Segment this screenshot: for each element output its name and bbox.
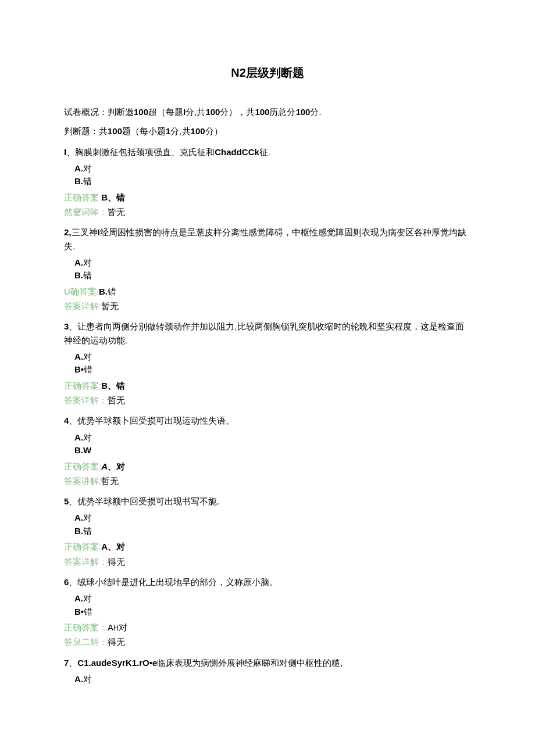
expl-value: 皆无	[108, 207, 125, 217]
question-6-options: A.对 B•错	[74, 592, 471, 618]
q5-option-b: B.错	[74, 525, 471, 538]
t: 分.	[310, 107, 321, 117]
t: 分,共	[170, 126, 190, 136]
answer-value: B、错	[101, 381, 125, 390]
t: 、让患者向两侧分别做转颈动作并加以阻力,比较两侧胸锁乳突肌收缩时的轮晩和坚实程度…	[64, 321, 464, 345]
q3-option-a: A.对	[74, 350, 471, 364]
q4-explanation: 答案讲解:哲无	[64, 474, 471, 488]
section-header: 判断题：共100题（每小题1分,共100分）	[64, 124, 471, 138]
answer-label: 正确答案:	[64, 381, 101, 390]
question-2-options: A.对 B.错	[74, 256, 471, 282]
expl-label: 答案详解：	[64, 395, 108, 405]
answer-value: A	[101, 461, 108, 471]
q4-answer: 正确答案:A、对	[64, 460, 471, 473]
t: 100	[205, 107, 220, 117]
question-1-options: A.对 B.错	[74, 162, 471, 188]
t: 错	[84, 364, 92, 374]
q2-num: 2,	[64, 227, 72, 237]
question-1-text: I、胸膜刺激征包括颈项强直、克氏征和ChaddCCk征.	[64, 145, 471, 159]
t: 、优势半球额卜回受损可出现运动性失语。	[69, 415, 234, 425]
question-3-options: A.对 B•错	[74, 350, 471, 377]
q3-explanation: 答案详解：哲无	[64, 393, 471, 407]
t: B•	[74, 364, 84, 374]
q6-option-a: A.对	[74, 592, 471, 605]
t: 三叉神	[72, 227, 98, 237]
t: A.	[74, 432, 83, 442]
expl-label: 答泉二耕：	[64, 637, 108, 647]
q6-explanation: 答泉二耕：得无	[64, 635, 471, 648]
t: 分,共	[186, 107, 205, 117]
t: 100	[295, 107, 310, 117]
t: 判断题：共	[64, 126, 108, 136]
question-4-text: 4、优势半球额卜回受损可出现运动性失语。	[64, 414, 471, 427]
t: 历总分	[269, 107, 295, 117]
q2-answer: U确答案:B.错	[64, 285, 471, 298]
answer-value: B.	[99, 286, 108, 296]
t: A.	[74, 593, 83, 603]
t: B.	[74, 526, 83, 536]
page-title: N2层级判断题	[64, 64, 471, 82]
q2-option-a: A.对	[74, 256, 471, 270]
answer-label: U确答案:	[64, 286, 99, 296]
t: 、优势半球额中回受损可出现书写不旎.	[69, 496, 219, 506]
t: 分），共	[220, 107, 255, 117]
t: H	[113, 624, 119, 632]
q2-option-b: B.错	[74, 269, 471, 282]
overview-label: 试卷概况：判断邀	[64, 107, 134, 117]
t: 对	[83, 432, 92, 442]
q1-answer: 正确答案:B、错	[64, 191, 471, 204]
q1-body: 、胸膜刺激征包括颈项强直、克氏征和	[66, 147, 215, 157]
t: A.	[74, 674, 83, 684]
q6-answer: 正确答案：AH对	[64, 621, 471, 634]
q2-explanation: 答案详解:暂无	[64, 299, 471, 313]
q7-option-a: A.对	[74, 673, 471, 686]
question-4-options: A.对 B.W	[74, 431, 471, 457]
q4-option-b: B.W	[74, 444, 471, 457]
t: 错	[108, 286, 116, 296]
question-5-options: A.对 B.错	[74, 511, 471, 538]
t: 分）	[205, 126, 223, 136]
t: 对	[83, 163, 92, 173]
expl-value: 得无	[108, 637, 125, 647]
question-7-text: 7、C1.audeSyrK1.rO•e临床表现为病恻外展神经麻睇和对侧中枢性的糙…	[64, 656, 471, 669]
question-2-text: 2,三叉神I经周困性损害的特点是呈葱皮样分离性感觉障碍，中枢性感觉障固则衣现为病…	[64, 225, 471, 253]
q3-answer: 正确答案:B、错	[64, 379, 471, 392]
expl-value: 暂无	[101, 301, 119, 311]
question-7-options: A.对	[74, 673, 471, 686]
t: C1.audeSyrK1.rO•e	[77, 658, 157, 668]
t: 临床表现为病恻外展神经麻睇和对侧中枢性的糙,	[157, 658, 343, 668]
t: 错	[83, 270, 92, 280]
q4-option-a: A.对	[74, 431, 471, 445]
question-6-text: 6、绒球小结叶是进化上出现地早的部分，义称原小脑。	[64, 575, 471, 589]
t: 经周困性损害的特点是呈葱皮样分离性感觉障碍，中枢性感觉障固则衣现为病变区各种厚觉…	[64, 227, 466, 250]
q3-option-b: B•错	[74, 363, 471, 377]
expl-value: 哲无	[101, 476, 119, 486]
t: A.	[74, 513, 83, 522]
t: B.W	[74, 445, 91, 455]
t: 、绒球小结叶是进化上出现地早的部分，义称原小脑。	[69, 577, 278, 587]
expl-label: 答案讲解:	[64, 476, 101, 486]
answer-value: A、对	[101, 542, 125, 551]
answer-value: B、错	[101, 192, 125, 202]
t: A.	[74, 352, 83, 361]
t: B.	[74, 270, 83, 280]
q1-option-b: B.错	[74, 175, 471, 188]
answer-label: 正确答案:	[64, 461, 101, 471]
t: A	[108, 622, 113, 632]
q5-option-a: A.对	[74, 511, 471, 525]
t: 对	[119, 622, 127, 632]
q1-suf: 征.	[259, 147, 270, 157]
t: 对	[83, 352, 92, 361]
t: 对	[83, 513, 92, 522]
t: B.	[74, 176, 83, 186]
t: 100	[191, 126, 205, 136]
t: 对	[83, 257, 92, 267]
q6-option-b: B•错	[74, 605, 471, 619]
t: B•	[74, 607, 84, 617]
expl-label: 然窶词眸：	[64, 207, 108, 217]
t: 错	[83, 176, 92, 186]
expl-label: 答案详解：	[64, 557, 108, 567]
q1-b: ChaddCCk	[215, 147, 259, 157]
t: 对	[83, 593, 92, 603]
q5-explanation: 答案详解：得无	[64, 555, 471, 568]
